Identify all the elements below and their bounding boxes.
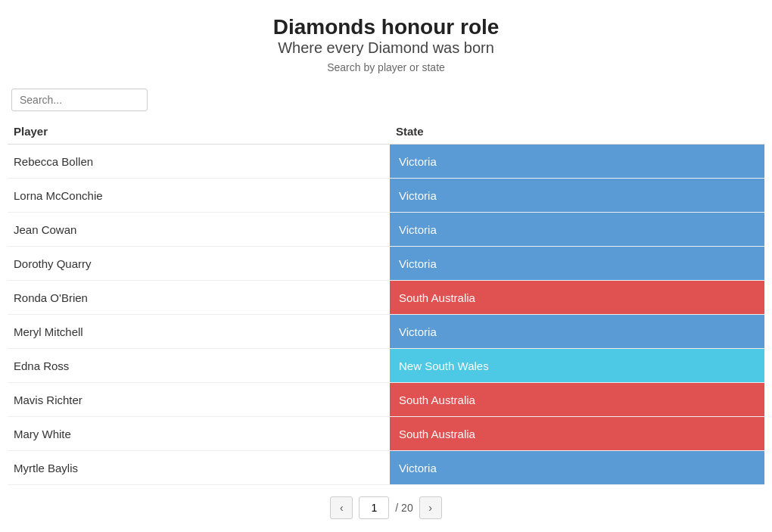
state-value: New South Wales: [390, 349, 764, 382]
player-name: Lorna McConchie: [8, 179, 390, 212]
table-row: Rebecca BollenVictoria: [8, 145, 764, 179]
state-value: South Australia: [390, 383, 764, 416]
table-row: Lorna McConchieVictoria: [8, 179, 764, 213]
table-row: Jean CowanVictoria: [8, 213, 764, 247]
state-value: Victoria: [390, 247, 764, 280]
column-header-player: Player: [14, 125, 396, 138]
state-value: South Australia: [390, 281, 764, 314]
search-input[interactable]: [11, 89, 148, 111]
player-name: Ronda O'Brien: [8, 281, 390, 314]
player-name: Myrtle Baylis: [8, 451, 390, 484]
table-row: Mary WhiteSouth Australia: [8, 417, 764, 451]
table-row: Edna RossNew South Wales: [8, 349, 764, 383]
state-value: Victoria: [390, 213, 764, 246]
table-header: Player State: [8, 119, 764, 145]
search-container: [0, 81, 772, 119]
player-name: Edna Ross: [8, 349, 390, 382]
player-name: Mary White: [8, 417, 390, 450]
table-row: Mavis RichterSouth Australia: [8, 383, 764, 417]
page-subtitle: Where every Diamond was born: [0, 39, 772, 57]
page-title: Diamonds honour role: [0, 15, 772, 39]
state-value: Victoria: [390, 179, 764, 212]
player-name: Dorothy Quarry: [8, 247, 390, 280]
data-table: Player State Rebecca BollenVictoriaLorna…: [0, 119, 772, 485]
next-page-button[interactable]: ›: [419, 496, 442, 519]
state-value: Victoria: [390, 315, 764, 348]
state-value: Victoria: [390, 451, 764, 484]
page-number-input[interactable]: [359, 496, 389, 519]
player-name: Rebecca Bollen: [8, 145, 390, 178]
player-name: Meryl Mitchell: [8, 315, 390, 348]
state-value: South Australia: [390, 417, 764, 450]
table-row: Myrtle BaylisVictoria: [8, 451, 764, 485]
table-body: Rebecca BollenVictoriaLorna McConchieVic…: [8, 145, 764, 485]
table-row: Dorothy QuarryVictoria: [8, 247, 764, 281]
column-header-state: State: [396, 125, 758, 138]
player-name: Jean Cowan: [8, 213, 390, 246]
pagination: ‹ / 20 ›: [0, 485, 772, 530]
prev-page-button[interactable]: ‹: [330, 496, 353, 519]
search-subtitle: Search by player or state: [0, 61, 772, 73]
player-name: Mavis Richter: [8, 383, 390, 416]
table-row: Meryl MitchellVictoria: [8, 315, 764, 349]
total-pages: / 20: [395, 502, 412, 514]
table-row: Ronda O'BrienSouth Australia: [8, 281, 764, 315]
page-header: Diamonds honour role Where every Diamond…: [0, 0, 772, 81]
state-value: Victoria: [390, 145, 764, 178]
